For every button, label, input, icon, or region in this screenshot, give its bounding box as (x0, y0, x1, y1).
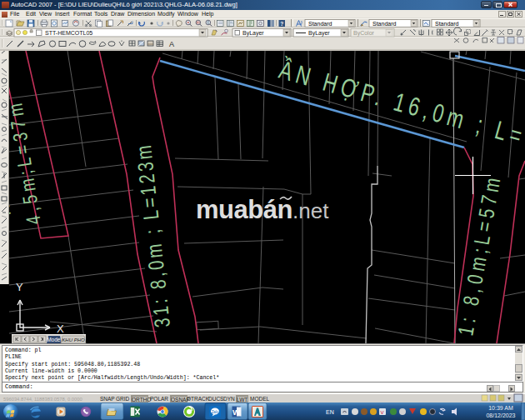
svg-text:X: X (57, 322, 64, 335)
svg-text:A: A (169, 40, 174, 48)
svg-text:muabán: muabán (196, 195, 292, 224)
svg-text:V: V (381, 410, 384, 415)
svg-text:ByLayer: ByLayer (308, 30, 330, 37)
svg-text:ByLayer: ByLayer (242, 30, 264, 37)
svg-text:Y: Y (16, 281, 23, 293)
svg-text:Standard: Standard (372, 21, 397, 27)
svg-text:Standard: Standard (308, 21, 332, 27)
svg-text:10:39 AM: 10:39 AM (488, 405, 513, 411)
svg-text:W: W (232, 408, 240, 417)
svg-text:EN: EN (326, 409, 334, 415)
svg-text:ByColor: ByColor (353, 30, 375, 37)
svg-text:Standard: Standard (435, 21, 459, 27)
svg-text:STT-HEMCOTL05: STT-HEMCOTL05 (45, 30, 92, 36)
svg-text:?: ? (280, 21, 283, 27)
svg-text:KHU PHO: KHU PHO (62, 338, 85, 342)
svg-text:Zalo: Zalo (212, 410, 219, 414)
svg-text:.net: .net (292, 198, 329, 223)
svg-text:08/12/2023: 08/12/2023 (486, 412, 515, 418)
svg-text:Model: Model (47, 337, 62, 342)
